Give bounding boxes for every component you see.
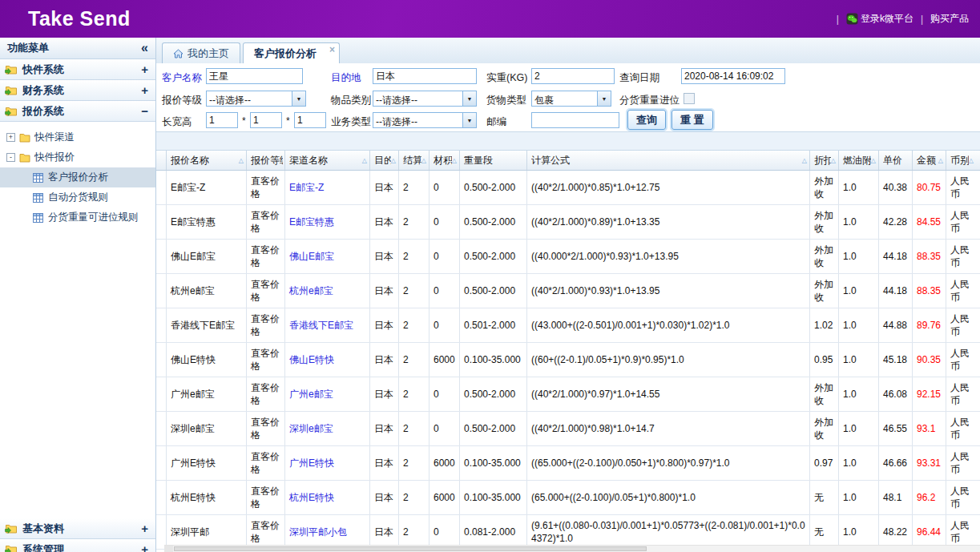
column-header-name[interactable]: 报价名称△ <box>167 151 247 170</box>
length-input[interactable] <box>206 112 238 128</box>
sidebar-item-system-admin[interactable]: 系统管理 + <box>0 539 155 552</box>
channel-link[interactable]: E邮宝特惠 <box>289 216 334 228</box>
channel-link[interactable]: 佛山E特快 <box>289 353 334 366</box>
expand-plus-icon[interactable]: + <box>6 133 15 142</box>
chevron-down-icon[interactable]: ▼ <box>462 91 476 106</box>
channel-link[interactable]: 杭州E特快 <box>289 491 334 504</box>
sidebar-item-finance-system[interactable]: 财务系统 + <box>0 80 155 101</box>
column-header-unit_price[interactable]: 单价 <box>879 151 913 170</box>
column-header-amount[interactable]: 金额△ <box>913 151 946 170</box>
sort-icon[interactable]: △ <box>802 157 808 164</box>
cell-text: 48.1 <box>883 491 901 504</box>
expand-plus-icon[interactable]: + <box>141 62 148 76</box>
cargo-type-select[interactable]: 包裹 ▼ <box>531 91 611 107</box>
scrollbar-thumb[interactable] <box>174 546 647 551</box>
column-header-fuel[interactable]: 燃油附加△ <box>839 151 879 170</box>
section-label: 财务系统 <box>22 83 64 98</box>
channel-link[interactable]: 佛山E邮宝 <box>289 250 334 263</box>
column-header-formula[interactable]: 计算公式△ <box>527 151 810 170</box>
cell-text: 人民币 <box>950 278 974 304</box>
customer-name-input[interactable] <box>206 68 303 84</box>
tab-my-homepage[interactable]: 我的主页 <box>162 42 240 63</box>
cell-text: ((40*2/1.000)*0.98)*1.0+14.7 <box>531 422 655 435</box>
sidebar-item-express-system[interactable]: 快件系统 + <box>0 59 155 80</box>
item-category-label: 物品类别 <box>331 94 371 107</box>
column-header-grade[interactable]: 报价等级 <box>247 151 285 170</box>
sort-icon[interactable]: △ <box>239 157 244 164</box>
column-header-dest[interactable]: 目的地△ <box>370 151 399 170</box>
column-header-weight_range[interactable]: 重量段 <box>460 151 527 170</box>
cell-text: 1.0 <box>843 457 857 469</box>
tab-customer-quote-analysis[interactable]: 客户报价分析 × <box>243 42 340 63</box>
tab-bar: 我的主页 客户报价分析 × <box>156 38 980 63</box>
channel-link[interactable]: E邮宝-Z <box>289 181 324 194</box>
cell-channel: 香港线下E邮宝 <box>285 308 370 342</box>
reset-button[interactable]: 重 置 <box>671 110 713 130</box>
sidebar-item-quote-system[interactable]: 报价系统 − <box>0 101 155 122</box>
chevron-down-icon[interactable]: ▼ <box>597 91 611 106</box>
channel-link[interactable]: 深圳e邮宝 <box>289 422 333 435</box>
column-header-volume_divisor[interactable]: 材积除△ <box>430 151 460 170</box>
tree-node-label: 快件渠道 <box>34 131 75 144</box>
expand-plus-icon[interactable]: + <box>141 522 148 535</box>
carry-rounding-checkbox[interactable] <box>684 93 695 104</box>
collapse-minus-icon[interactable]: - <box>6 153 15 162</box>
channel-link[interactable]: 香港线下E邮宝 <box>289 319 353 332</box>
collapse-sidebar-icon[interactable]: « <box>141 41 148 55</box>
sidebar-item-basic-data[interactable]: 基本资料 + <box>0 518 155 539</box>
cell-amount: 88.35 <box>913 274 946 308</box>
sort-icon[interactable]: △ <box>421 157 427 164</box>
cell-text: 1.0 <box>843 526 857 538</box>
chevron-down-icon[interactable]: ▼ <box>292 91 305 106</box>
item-category-select[interactable]: --请选择-- ▼ <box>373 91 477 107</box>
horizontal-scrollbar[interactable] <box>164 545 980 552</box>
channel-link[interactable]: 广州e邮宝 <box>289 388 333 401</box>
zipcode-input[interactable] <box>531 112 619 128</box>
channel-link[interactable]: 深圳平邮小包 <box>289 526 347 538</box>
width-input[interactable] <box>250 112 282 128</box>
sort-icon[interactable]: △ <box>969 157 974 164</box>
sort-icon[interactable]: △ <box>391 157 397 164</box>
scroll-left-button[interactable] <box>164 546 173 552</box>
collapse-minus-icon[interactable]: − <box>141 104 148 118</box>
chevron-down-icon[interactable]: ▼ <box>462 113 476 127</box>
login-wechat-link[interactable]: 登录k微平台 <box>846 12 913 26</box>
column-header-settle_weight[interactable]: 结算重量△ <box>399 151 430 170</box>
column-header-currency[interactable]: 币别△ <box>946 151 976 170</box>
buy-product-link[interactable]: 购买产品 <box>930 12 969 26</box>
tree-leaf-split-weight-rounding-rules[interactable]: 分货重量可进位规则 <box>0 208 155 228</box>
close-icon[interactable]: × <box>329 44 335 55</box>
cell-text: 1.0 <box>843 388 857 401</box>
cell-text: E邮宝特惠 <box>171 216 216 228</box>
cell-amount: 84.55 <box>913 205 946 239</box>
channel-link[interactable]: 杭州e邮宝 <box>289 284 333 297</box>
query-button[interactable]: 查询 <box>627 110 666 130</box>
cell-text: 日本 <box>374 216 393 228</box>
cell-text: 人民币 <box>950 416 974 441</box>
cell-text: 0.97 <box>814 457 833 469</box>
tree-leaf-auto-split-rules[interactable]: 自动分货规则 <box>0 187 155 208</box>
cell-text: 2 <box>403 388 409 401</box>
sort-icon[interactable]: △ <box>362 157 368 164</box>
expand-plus-icon[interactable]: + <box>141 542 148 552</box>
column-header-channel[interactable]: 渠道名称△ <box>285 151 370 170</box>
cell-text: 人民币 <box>950 381 974 407</box>
channel-link[interactable]: 广州E特快 <box>289 457 334 469</box>
cell-unit_price: 44.88 <box>879 308 913 342</box>
sort-icon[interactable]: △ <box>452 157 458 164</box>
sort-icon[interactable]: △ <box>938 157 944 164</box>
tree-node-express-quote[interactable]: - 快件报价 <box>0 147 155 167</box>
tree-node-express-channel[interactable]: + 快件渠道 <box>0 127 155 147</box>
quote-grade-select[interactable]: --请选择-- ▼ <box>206 91 306 107</box>
height-input[interactable] <box>294 112 326 128</box>
query-date-input[interactable] <box>681 68 785 84</box>
business-type-select[interactable]: --请选择-- ▼ <box>373 112 477 128</box>
sort-icon[interactable]: △ <box>871 157 877 164</box>
column-header-discount[interactable]: 折扣△ <box>810 151 839 170</box>
topbar-links: | 登录k微平台 | 购买产品 <box>837 12 969 26</box>
destination-input[interactable] <box>373 68 477 84</box>
tree-leaf-customer-quote-analysis[interactable]: 客户报价分析 <box>0 167 155 187</box>
sort-icon[interactable]: △ <box>831 157 837 164</box>
expand-plus-icon[interactable]: + <box>141 83 148 97</box>
actual-weight-input[interactable] <box>531 68 615 84</box>
